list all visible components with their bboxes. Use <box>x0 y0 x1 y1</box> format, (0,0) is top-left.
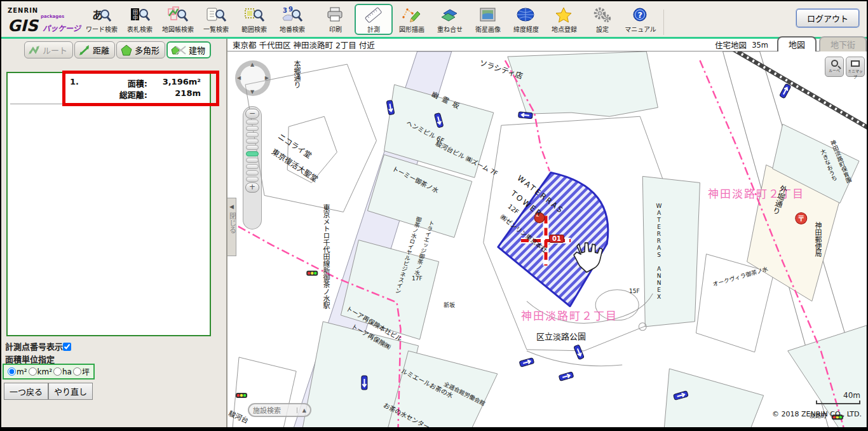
unit-km2-option[interactable]: km² <box>29 367 52 376</box>
undo-button[interactable]: 一つ戻る <box>4 383 48 400</box>
loupe-button[interactable]: ルーペ <box>825 57 844 77</box>
measure-point-number-flag: 01 <box>549 235 564 243</box>
result-row-area: 1. 面積: 3,196m² <box>8 73 210 85</box>
measure-results-box: 1. 面積: 3,196m² 総距離: 218m <box>6 72 211 336</box>
pan-right-icon[interactable]: ▶ <box>265 75 269 81</box>
logo-brand: ZENRIN <box>8 7 38 14</box>
toolbar-range-search[interactable]: 範囲検索 <box>235 4 273 35</box>
scale-bar-line <box>816 400 860 404</box>
logout-button[interactable]: ログアウト <box>796 9 859 27</box>
pan-down-icon[interactable]: ▼ <box>250 89 254 95</box>
zoom-slider[interactable]: − + <box>243 106 262 229</box>
toolbar-parcel-search[interactable]: 39 地番検索 <box>273 4 311 35</box>
toolbar-measure[interactable]: 計測 <box>355 4 393 35</box>
zoom-level-current-segment[interactable] <box>246 151 259 156</box>
word-search-icon: あ <box>83 5 120 24</box>
undo-redo-row: 一つ戻る やり直し <box>4 383 93 400</box>
svg-text:中: 中 <box>133 15 138 21</box>
mode-building-button[interactable]: 建物 <box>166 41 211 58</box>
list-search-icon <box>198 5 234 24</box>
unit-tsubo-radio[interactable] <box>73 367 81 376</box>
toolbar-poi-register[interactable]: 地点登録 <box>545 4 583 35</box>
toolbar-print[interactable]: 印刷 <box>316 4 355 35</box>
zoom-level-segment[interactable] <box>246 145 259 150</box>
draw-shape-icon <box>393 5 430 24</box>
minimap-button[interactable]: ミニマップ <box>846 57 865 77</box>
route-icon <box>28 44 41 56</box>
toolbar-list-search[interactable]: 一覧検索 <box>197 4 235 35</box>
redo-button[interactable]: やり直し <box>48 383 93 400</box>
zoom-level-segment[interactable] <box>246 164 259 169</box>
zoom-level-segment[interactable] <box>246 158 259 163</box>
collapse-panel-handle[interactable]: ◀ 閉じる <box>227 198 236 256</box>
pan-control[interactable]: ▲ ▼ ◀ ▶ <box>235 60 271 96</box>
result-row-distance: 総距離: 218m <box>8 85 210 96</box>
help-icon: ? <box>622 5 659 24</box>
pan-left-icon[interactable]: ◀ <box>237 75 241 81</box>
toolbar-settings[interactable]: 設定 <box>583 4 621 35</box>
building-icon <box>170 44 187 56</box>
toolbar-mapbook-search[interactable]: 地図帳検索 <box>159 4 197 35</box>
pan-up-icon[interactable]: ▲ <box>250 62 254 67</box>
toolbar-word-search[interactable]: あ ワード検索 <box>83 4 121 35</box>
unit-m2-option[interactable]: m² <box>8 367 27 376</box>
gear-icon <box>584 5 621 24</box>
map-canvas[interactable]: 〒 <box>227 51 867 427</box>
zoom-level-segment[interactable] <box>246 132 259 137</box>
loupe-icon <box>831 60 838 67</box>
collapse-label: 閉じる <box>227 212 237 233</box>
logo-packages-small: packages <box>41 15 83 19</box>
zoom-in-button[interactable]: + <box>245 182 259 193</box>
current-address: 東京都 千代田区 神田淡路町 2丁目 付近 <box>233 39 375 51</box>
zoom-out-button[interactable]: − <box>245 109 259 119</box>
unit-ha-radio[interactable] <box>53 367 62 376</box>
mode-polygon-button[interactable]: 多角形 <box>116 41 165 58</box>
measure-mode-toolbar: ルート 距離 多角形 建物 <box>24 41 211 58</box>
zoom-level-segment[interactable] <box>246 170 259 175</box>
zoom-level-segment[interactable] <box>246 120 259 125</box>
toolbar-items: あ ワード検索 田中 表札検索 地図帳検索 一覧検索 <box>83 1 668 37</box>
toolbar-latlon[interactable]: 緯度経度 <box>507 4 545 35</box>
facility-search-button[interactable]: 施設検索 ▲ <box>248 403 311 417</box>
svg-text:田: 田 <box>133 10 138 15</box>
zoom-level-segment[interactable] <box>246 126 259 131</box>
zoom-level-segment[interactable] <box>246 139 259 144</box>
toolbar-overlay[interactable]: 重ね合せ <box>431 4 469 35</box>
tab-underground[interactable]: 地下街 <box>819 36 867 51</box>
map-column: 東京都 千代田区 神田淡路町 2丁目 付近 住宅地図 35m 地図 地下街 <box>227 39 867 427</box>
distance-icon <box>78 44 91 56</box>
globe-latlon-icon <box>508 5 545 24</box>
polygon-icon <box>120 44 133 56</box>
show-point-numbers-checkbox[interactable] <box>63 343 71 351</box>
unit-m2-radio[interactable] <box>8 367 16 376</box>
mapbook-search-icon <box>159 5 196 24</box>
unit-ha-option[interactable]: ha <box>53 367 72 376</box>
toolbar-satellite[interactable]: 衛星画像 <box>469 4 507 35</box>
distance-label: 総距離: <box>97 88 147 100</box>
application-window: ZENRIN packages GIS パッケージ あ ワード検索 田中 表札検… <box>1 1 867 427</box>
scale-bar: 40m <box>816 391 860 404</box>
toolbar-nameplate-search[interactable]: 田中 表札検索 <box>121 4 159 35</box>
nameplate-search-icon: 田中 <box>121 5 158 24</box>
toolbar-manual[interactable]: ? マニュアル <box>621 4 660 35</box>
parcel-search-icon: 39 <box>274 5 311 24</box>
distance-value: 218m <box>149 88 201 98</box>
zoom-level-segment[interactable] <box>246 177 259 182</box>
satellite-image-icon <box>470 5 506 24</box>
star-icon <box>546 5 583 24</box>
mode-route-button[interactable]: ルート <box>24 41 73 58</box>
svg-text:3: 3 <box>283 7 287 14</box>
unit-tsubo-option[interactable]: 坪 <box>73 366 90 377</box>
print-icon <box>317 5 354 24</box>
measure-point-marker <box>534 213 545 223</box>
facility-search-expand-icon: ▲ <box>297 407 306 413</box>
toolbar-divider <box>663 10 664 35</box>
toolbar-draw-shape[interactable]: 図形描画 <box>393 4 431 35</box>
unit-km2-radio[interactable] <box>29 367 37 376</box>
map-art: 〒 <box>227 51 867 427</box>
show-point-numbers-label: 計測点番号表示 <box>5 342 63 352</box>
measure-panel: ルート 距離 多角形 建物 1. 面積: <box>1 39 227 427</box>
range-search-icon <box>236 5 273 24</box>
mode-distance-button[interactable]: 距離 <box>74 41 115 58</box>
tab-map[interactable]: 地図 <box>777 36 817 51</box>
